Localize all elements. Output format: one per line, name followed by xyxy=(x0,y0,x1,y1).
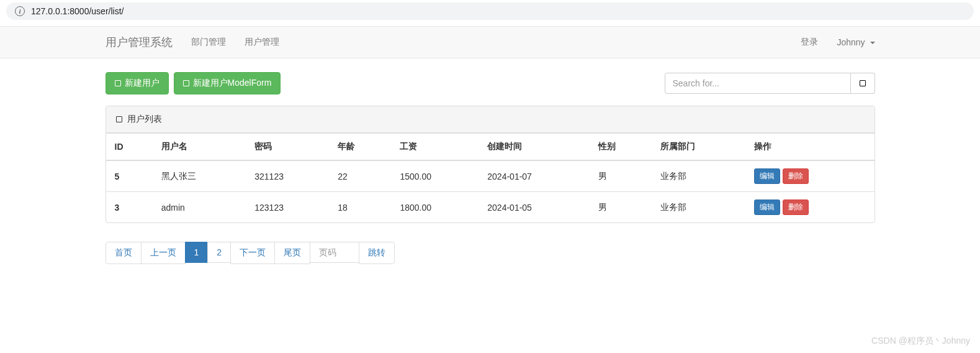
panel-heading: 用户列表 xyxy=(106,106,874,133)
user-list-panel: 用户列表 ID用户名密码年龄工资创建时间性别所属部门操作 5黑人张三321123… xyxy=(106,106,875,223)
table-row: 5黑人张三321123221500.002024-01-07男业务部编辑删除 xyxy=(106,160,874,192)
cell-created: 2024-01-05 xyxy=(479,192,590,223)
navbar-nav: 部门管理用户管理 xyxy=(182,27,289,57)
cell-age: 22 xyxy=(329,160,391,192)
cell-id: 5 xyxy=(106,160,153,192)
new-user-button[interactable]: 新建用户 xyxy=(106,72,169,94)
cell-dept: 业务部 xyxy=(652,192,745,223)
navbar-brand[interactable]: 用户管理系统 xyxy=(96,25,182,59)
table-header: 创建时间 xyxy=(479,134,590,161)
search-group xyxy=(665,73,875,94)
user-name: Johnny xyxy=(837,37,865,47)
plus-icon xyxy=(115,80,121,86)
table-header: 工资 xyxy=(391,134,479,161)
cell-gender: 男 xyxy=(590,160,652,192)
caret-down-icon xyxy=(870,42,875,44)
table-header: ID xyxy=(106,134,153,161)
url-text: 127.0.0.1:8000/user/list/ xyxy=(31,6,124,16)
delete-button[interactable]: 删除 xyxy=(783,168,809,184)
jump-button[interactable]: 跳转 xyxy=(359,242,395,264)
pagination: 首页上一页12下一页尾页跳转 xyxy=(106,242,875,264)
table-header: 所属部门 xyxy=(652,134,745,161)
page-1[interactable]: 1 xyxy=(185,242,209,263)
cell-actions: 编辑删除 xyxy=(745,192,874,223)
cell-salary: 1500.00 xyxy=(391,160,479,192)
cell-gender: 男 xyxy=(590,192,652,223)
page-2[interactable]: 2 xyxy=(207,242,231,263)
cell-created: 2024-01-07 xyxy=(479,160,590,192)
nav-item-1[interactable]: 用户管理 xyxy=(235,27,289,57)
page-last[interactable]: 尾页 xyxy=(274,242,310,264)
user-dropdown[interactable]: Johnny xyxy=(827,28,884,57)
edit-button[interactable]: 编辑 xyxy=(754,199,780,215)
table-header: 性别 xyxy=(590,134,652,161)
login-link[interactable]: 登录 xyxy=(791,27,827,57)
cell-id: 3 xyxy=(106,192,153,223)
edit-button[interactable]: 编辑 xyxy=(754,168,780,184)
table-row: 3admin123123181800.002024-01-05男业务部编辑删除 xyxy=(106,192,874,223)
search-button[interactable] xyxy=(851,73,875,94)
delete-button[interactable]: 删除 xyxy=(783,199,809,215)
cell-actions: 编辑删除 xyxy=(745,160,874,192)
cell-password: 123123 xyxy=(246,192,329,223)
info-icon: i xyxy=(15,6,25,16)
page-next[interactable]: 下一页 xyxy=(230,242,275,264)
navbar: 用户管理系统 部门管理用户管理 登录 Johnny xyxy=(0,26,980,58)
cell-username: 黑人张三 xyxy=(153,160,246,192)
table-header: 操作 xyxy=(745,134,874,161)
page-first[interactable]: 首页 xyxy=(106,242,142,264)
cell-password: 321123 xyxy=(246,160,329,192)
table-header: 年龄 xyxy=(329,134,391,161)
plus-icon xyxy=(183,80,189,86)
search-input[interactable] xyxy=(665,73,851,94)
cell-username: admin xyxy=(153,192,246,223)
new-user-modelform-button[interactable]: 新建用户ModelForm xyxy=(174,72,281,94)
cell-salary: 1800.00 xyxy=(391,192,479,223)
panel-title: 用户列表 xyxy=(127,114,162,125)
browser-url-bar[interactable]: i 127.0.0.1:8000/user/list/ xyxy=(6,2,974,20)
nav-item-0[interactable]: 部门管理 xyxy=(182,27,235,57)
cell-dept: 业务部 xyxy=(652,160,745,192)
table-header: 用户名 xyxy=(153,134,246,161)
list-icon xyxy=(116,116,122,122)
page-number-input[interactable] xyxy=(310,242,359,263)
table-header: 密码 xyxy=(246,134,329,161)
user-table: ID用户名密码年龄工资创建时间性别所属部门操作 5黑人张三32112322150… xyxy=(106,133,874,222)
cell-age: 18 xyxy=(329,192,391,223)
page-prev[interactable]: 上一页 xyxy=(141,242,186,264)
search-icon xyxy=(860,80,866,86)
